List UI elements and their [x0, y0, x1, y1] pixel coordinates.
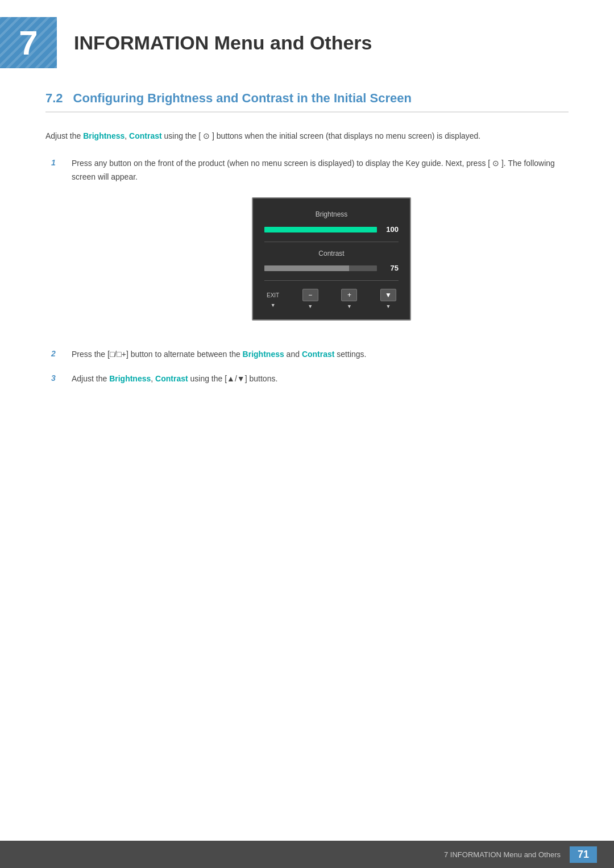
- footer-page-number: 71: [570, 846, 597, 863]
- chapter-number-box: 7: [0, 17, 57, 68]
- brightness-bar-fill: [264, 227, 377, 232]
- contrast-row: Contrast 75: [264, 248, 399, 275]
- intro-comma: ,: [125, 131, 129, 140]
- screen-divider: [264, 242, 399, 242]
- btn2-arrow: ▼: [347, 302, 352, 311]
- chapter-title: INFORMATION Menu and Others: [74, 32, 372, 54]
- step-3-rest: using the [▲/▼] buttons.: [188, 374, 278, 383]
- step-2-number: 2: [51, 349, 63, 358]
- contrast-bar-fill: [264, 265, 349, 271]
- step-2-end: settings.: [334, 350, 366, 359]
- step-3-comma: ,: [151, 374, 155, 383]
- exit-label: EXIT: [267, 290, 279, 300]
- steps-list: 1 Press any button on the front of the p…: [51, 157, 569, 386]
- btn1-col: − ▼: [302, 289, 318, 311]
- btn3-col: ▼ ▼: [380, 289, 396, 311]
- exit-btn-col: EXIT ▼: [267, 290, 279, 310]
- intro-contrast: Contrast: [129, 131, 162, 140]
- exit-arrow: ▼: [271, 301, 276, 310]
- step-3-number: 3: [51, 373, 63, 383]
- step-3-brightness: Brightness: [109, 374, 151, 383]
- brightness-bar-container: 100: [264, 223, 399, 236]
- footer: 7 INFORMATION Menu and Others 71: [0, 841, 614, 868]
- contrast-bar-track: [264, 265, 377, 271]
- step-1: 1 Press any button on the front of the p…: [51, 157, 569, 337]
- footer-text: 7 INFORMATION Menu and Others: [444, 850, 561, 859]
- section-heading: 7.2 Configuring Brightness and Contrast …: [45, 91, 569, 113]
- contrast-bar-container: 75: [264, 262, 399, 275]
- chapter-header: 7 INFORMATION Menu and Others: [0, 0, 614, 80]
- step-2-text-before: Press the [□/□+] button to alternate bet…: [72, 350, 243, 359]
- contrast-value: 75: [383, 262, 399, 275]
- screen-mockup: Brightness 100 Contrast: [252, 197, 411, 320]
- btn2-symbol: +: [347, 289, 351, 301]
- step-3: 3 Adjust the Brightness, Contrast using …: [51, 372, 569, 386]
- screen-divider-2: [264, 280, 399, 281]
- btn2-icon: +: [341, 289, 357, 301]
- step-2: 2 Press the [□/□+] button to alternate b…: [51, 348, 569, 362]
- step-2-contrast: Contrast: [302, 350, 335, 359]
- btn3-arrow: ▼: [386, 302, 391, 311]
- step-2-content: Press the [□/□+] button to alternate bet…: [72, 348, 569, 362]
- btn3-icon: ▼: [380, 289, 396, 301]
- chapter-number: 7: [19, 23, 38, 63]
- contrast-label: Contrast: [264, 248, 399, 259]
- step-3-contrast: Contrast: [155, 374, 188, 383]
- intro-brightness: Brightness: [83, 131, 125, 140]
- step-1-number: 1: [51, 158, 63, 167]
- step-3-content: Adjust the Brightness, Contrast using th…: [72, 372, 569, 386]
- step-1-text: Press any button on the front of the pro…: [72, 159, 555, 181]
- step-2-brightness: Brightness: [243, 350, 284, 359]
- step-3-text-before: Adjust the: [72, 374, 109, 383]
- intro-paragraph: Adjust the Brightness, Contrast using th…: [45, 130, 569, 143]
- brightness-label: Brightness: [264, 209, 399, 220]
- section-title: Configuring Brightness and Contrast in t…: [73, 91, 412, 106]
- btn2-col: + ▼: [341, 289, 357, 311]
- brightness-value: 100: [383, 223, 399, 236]
- content-area: 7.2 Configuring Brightness and Contrast …: [0, 91, 614, 386]
- step-2-and: and: [284, 350, 302, 359]
- btn1-icon: −: [302, 289, 318, 301]
- intro-text-before: Adjust the: [45, 131, 83, 140]
- brightness-bar-track: [264, 227, 377, 232]
- section-number: 7.2: [45, 91, 63, 106]
- btn1-arrow: ▼: [308, 302, 313, 311]
- brightness-row: Brightness 100: [264, 209, 399, 235]
- screen-buttons-row: EXIT ▼ − ▼ +: [264, 286, 399, 311]
- screen-mockup-container: Brightness 100 Contrast: [94, 197, 569, 320]
- btn1-symbol: −: [308, 289, 312, 301]
- step-1-content: Press any button on the front of the pro…: [72, 157, 569, 337]
- intro-rest: using the [ ⊙ ] buttons when the initial…: [162, 131, 481, 140]
- btn3-symbol: ▼: [385, 289, 392, 301]
